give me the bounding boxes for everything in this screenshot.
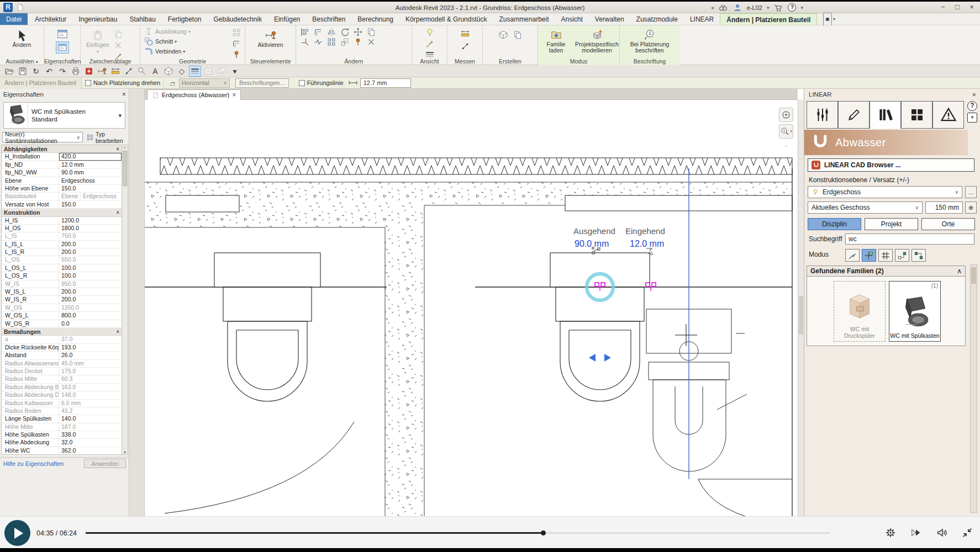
trim-icon[interactable] [300,37,310,47]
paste-button[interactable]: Einfügen▾ [84,28,111,61]
found-families-header[interactable]: Gefundene Familien (2) ∧ [807,266,966,277]
apply-button[interactable]: Anwenden [84,459,126,468]
zoom-tool-button[interactable]: ▾ [779,124,793,139]
offset-icon[interactable] [313,27,323,37]
property-value[interactable]: 200.0 [59,296,122,303]
properties-toggle-button[interactable] [56,41,69,54]
section-header-konstruktion[interactable]: Konstruktion∧ [2,209,122,216]
properties-window-icon[interactable] [56,28,69,40]
property-value[interactable]: 32.0 [59,439,122,446]
dimension-12mm[interactable]: 12.0 mm [630,239,664,248]
paint-icon[interactable] [425,39,435,49]
pin-icon[interactable] [353,37,363,47]
tag-on-placement-button[interactable]: Bei Platzierung beschriften [620,28,679,55]
customize-qat-icon[interactable]: ▾ [229,66,241,77]
open-icon[interactable] [3,66,15,77]
ausklinkung-button[interactable]: Ausklinkung▾ [143,26,245,36]
property-value[interactable]: 1350.0 [59,304,122,311]
default-3d-view-icon[interactable] [162,66,175,77]
type-selector-chevron-icon[interactable]: ▾ [115,112,125,119]
property-value[interactable]: 187.0 [59,423,122,431]
ribbon-tab-k-rpermodell-grundst-ck[interactable]: Körpermodell & Grundstück [399,13,493,25]
property-value[interactable]: Ebene : Erdgeschoss [59,193,122,200]
copy-icon[interactable] [366,27,376,37]
cut-geometry-button[interactable]: Schnitt▾ [143,36,245,46]
dimension-pin-icon[interactable] [96,66,108,77]
ribbon-tab-zusatzmodule[interactable]: Zusatzmodule [630,13,684,25]
property-value[interactable]: 1200.0 [59,217,122,224]
search-input[interactable]: wc [845,233,974,245]
leader-length-input[interactable]: 12.7 mm [360,78,411,88]
volume-button[interactable] [932,523,951,542]
modify-button[interactable]: Ändern [0,28,44,49]
property-value[interactable]: 140.0 [59,415,122,422]
linear-tab-warnings[interactable] [932,101,964,129]
scrollbar-thumb[interactable] [123,151,127,186]
account-person-icon[interactable] [733,3,742,13]
export-pdf-icon[interactable] [83,66,95,77]
navbar-collapse-icon[interactable]: − [784,143,787,148]
scope-button-disziplin[interactable]: Disziplin [808,218,861,230]
search-binoculars-icon[interactable] [718,3,728,13]
create-similar-icon[interactable] [513,30,523,40]
leader-checkbox[interactable] [299,80,305,86]
property-value[interactable]: 338.0 [59,431,122,438]
property-value[interactable]: 100.0 [59,264,122,272]
navigation-wheel-button[interactable] [779,108,793,122]
exit-fullscreen-button[interactable] [958,523,977,542]
wall-joins-icon[interactable] [231,28,241,38]
properties-filter-select[interactable]: Neue(r) Sanitärinstallationen∨ [2,132,83,142]
drawing-canvas[interactable]: Ausgehend Eingehend 90.0 mm 12.0 mm [145,100,798,516]
model-in-place-button[interactable]: Projektspezifisch modellieren [576,28,619,55]
property-value[interactable]: 200.0 [59,288,122,295]
property-value[interactable]: 550.0 [59,256,122,263]
scope-button-projekt[interactable]: Projekt [865,218,918,230]
ribbon-tab-fertigbeton[interactable]: Fertigbeton [162,13,208,25]
ribbon-tab-datei[interactable]: Datei [0,13,28,25]
property-value[interactable]: 37.0 [59,336,122,343]
collapse-families-icon[interactable]: ∧ [957,267,962,275]
section-header-abhängigkeiten[interactable]: Abhängigkeiten∧ [2,145,122,153]
property-value[interactable]: 150.0 [59,201,122,208]
signed-in-user[interactable]: e-L02 [747,4,762,11]
section-icon[interactable]: ◇ [176,66,188,77]
array-icon[interactable] [326,37,336,47]
pipe-connection-point-right[interactable] [646,283,656,291]
measure-icon[interactable] [123,66,135,77]
copy-to-clipboard-icon[interactable] [113,29,123,39]
place-multi-icon[interactable] [911,249,926,262]
move-icon[interactable] [353,27,363,37]
property-value[interactable]: 60.3 [59,375,122,383]
level-select[interactable]: Erdgeschoss ∨ [808,186,962,198]
property-value[interactable]: 200.0 [59,241,122,248]
canvas-scrollbar[interactable] [798,100,804,516]
linear-tab-edit[interactable] [838,101,870,129]
property-value[interactable]: 950.0 [59,280,122,288]
level-browse-button[interactable]: ... [965,186,977,198]
property-value[interactable]: 12.0 mm [59,161,122,168]
edit-type-button[interactable]: Typ bearbeiten [85,132,127,142]
property-value[interactable]: 1800.0 [59,225,122,232]
panel-label-auswaehlen[interactable]: Auswählen ▾ [0,58,44,65]
linear-dock-chevron-icon[interactable]: ▾ [967,113,977,123]
scroll-down-icon[interactable]: ▼ [123,450,127,454]
video-progress-track[interactable] [86,532,830,534]
linear-tab-modules[interactable] [901,101,932,129]
property-value[interactable]: 175.0 [59,368,122,375]
wc-fixture-left[interactable] [214,253,320,401]
user-menu-chevron-icon[interactable]: ▾ [767,5,770,10]
pick-level-target-icon[interactable]: ⊕ [965,201,977,214]
help-icon[interactable]: ? [788,3,796,12]
property-value[interactable]: 26.0 [59,352,122,359]
property-value[interactable]: 800.0 [59,312,122,319]
scale-icon[interactable] [340,37,350,47]
property-value[interactable]: 100.0 [59,272,122,279]
tag-icon[interactable] [136,66,148,77]
view-tab-erdgeschoss-abwasser[interactable]: Erdgeschoss (Abwasser) × [147,89,241,100]
beam-joins-icon[interactable] [231,39,241,49]
switch-windows-icon[interactable] [215,66,228,77]
ribbon-tab-beschriften[interactable]: Beschriften [306,13,351,25]
property-value[interactable]: 0.0 [59,320,122,327]
tags-button[interactable]: Beschriftungen... [235,78,289,88]
load-family-button[interactable]: Familie laden [539,28,573,55]
